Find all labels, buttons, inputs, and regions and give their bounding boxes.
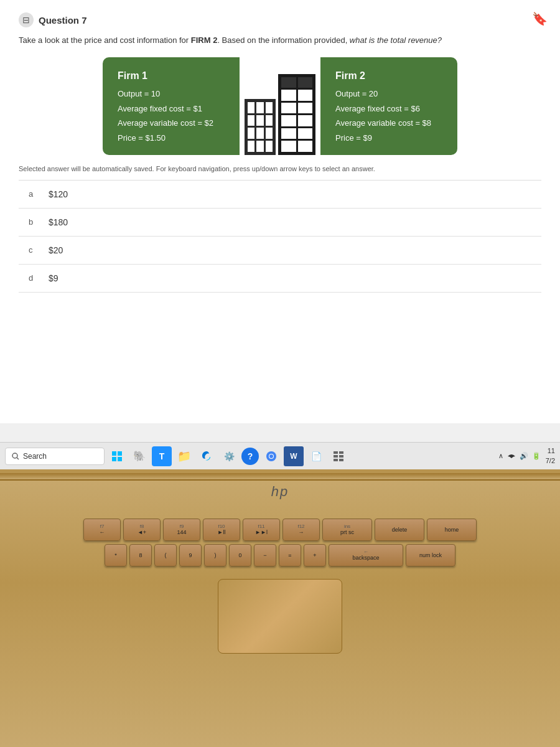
firms-container: Firm 1 Output = 10 Average fixed cost = … <box>19 57 541 155</box>
answer-letter-d: d <box>29 273 39 283</box>
firm1-price: Price = $1.50 <box>118 131 225 145</box>
answer-options: a $120 b $180 c $20 d $9 <box>19 180 541 293</box>
firm1-title: Firm 1 <box>118 67 225 84</box>
time-display: 11 7/2 <box>546 446 555 466</box>
keyboard-row-num: * 8 ( 9 ) 0 − = + ←backspace num lock <box>19 544 541 566</box>
firm2-box: Firm 2 Output = 20 Average fixed cost = … <box>320 57 457 155</box>
key-f11[interactable]: f11►►l <box>243 519 280 541</box>
firm2-data: Output = 20 Average fixed cost = $6 Aver… <box>335 87 442 145</box>
answer-letter-b: b <box>29 217 39 227</box>
answer-letter-c: c <box>29 245 39 255</box>
taskbar: Search 🐘 T 📁 ⚙️ ? <box>0 442 560 469</box>
date: 7/2 <box>546 456 555 466</box>
system-tray: ∧ 🔊 🔋 <box>498 452 541 461</box>
key-home[interactable]: home <box>427 519 477 541</box>
key-8[interactable]: 8 <box>129 544 152 566</box>
answer-value-a: $120 <box>49 189 68 199</box>
laptop-body: hp f7← f8◄+ f9144 f10►ll f11►►l f12→ ins… <box>0 473 560 747</box>
answer-value-c: $20 <box>49 245 63 255</box>
key-close-paren[interactable]: ) <box>204 544 226 566</box>
taskbar-icon-t[interactable]: T <box>152 446 172 466</box>
key-f12[interactable]: f12→ <box>282 519 320 541</box>
key-equals[interactable]: = <box>279 544 301 566</box>
taskbar-icon-grid[interactable] <box>329 446 348 466</box>
taskbar-icon-edge[interactable] <box>197 446 217 466</box>
svg-rect-10 <box>339 451 343 454</box>
svg-rect-13 <box>334 459 338 461</box>
answer-letter-a: a <box>29 189 39 199</box>
taskbar-icon-chrome[interactable] <box>261 446 281 466</box>
firm2-output: Output = 20 <box>335 87 442 101</box>
svg-rect-11 <box>334 455 338 458</box>
taskbar-icon-2[interactable]: ⚙️ <box>219 446 239 466</box>
svg-rect-2 <box>112 451 116 456</box>
search-icon <box>12 453 19 460</box>
svg-point-8 <box>269 454 273 458</box>
touchpad[interactable] <box>218 579 342 654</box>
firm2-avg-variable: Average variable cost = $8 <box>335 116 442 130</box>
key-f9[interactable]: f9144 <box>163 519 200 541</box>
key-asterisk[interactable]: * <box>105 544 127 566</box>
wifi-icon <box>507 452 516 461</box>
instruction-text: Selected answer will be automatically sa… <box>19 165 541 172</box>
key-f10[interactable]: f10►ll <box>203 519 240 541</box>
firm1-avg-fixed: Average fixed cost = $1 <box>118 101 225 116</box>
svg-rect-14 <box>339 459 343 461</box>
key-minus[interactable]: − <box>254 544 276 566</box>
taskbar-right: ∧ 🔊 🔋 11 7/2 <box>498 446 555 466</box>
keyboard-area: f7← f8◄+ f9144 f10►ll f11►►l f12→ insprt… <box>0 506 560 566</box>
key-f8[interactable]: f8◄+ <box>123 519 161 541</box>
question-area: ⊟ Question 7 🔖 Take a look at the price … <box>0 0 560 423</box>
firm2-avg-fixed: Average fixed cost = $6 <box>335 101 442 116</box>
question-title: Question 7 <box>39 15 87 26</box>
answer-option-c[interactable]: c $20 <box>19 237 541 265</box>
answer-option-a[interactable]: a $120 <box>19 181 541 209</box>
question-header: ⊟ Question 7 🔖 <box>19 12 541 27</box>
taskbar-icon-doc[interactable]: 📄 <box>306 446 326 466</box>
time: 11 <box>546 446 555 456</box>
tray-chevron[interactable]: ∧ <box>498 452 503 460</box>
firm1-box: Firm 1 Output = 10 Average fixed cost = … <box>103 57 240 155</box>
taskbar-icon-folder[interactable]: 📁 <box>174 446 194 466</box>
search-label: Search <box>23 452 47 461</box>
taskbar-start-icon[interactable] <box>107 446 127 466</box>
firm1-output: Output = 10 <box>118 87 225 101</box>
volume-icon[interactable]: 🔊 <box>520 452 528 460</box>
keyboard-row-fn: f7← f8◄+ f9144 f10►ll f11►►l f12→ insprt… <box>19 519 541 541</box>
laptop-screen: ⊟ Question 7 🔖 Take a look at the price … <box>0 0 560 473</box>
key-delete[interactable]: delete <box>375 519 424 541</box>
touchpad-area <box>0 579 560 654</box>
hp-logo: hp <box>271 484 289 500</box>
key-9[interactable]: 9 <box>179 544 202 566</box>
key-ins-prtsc[interactable]: insprt sc <box>322 519 372 541</box>
svg-rect-3 <box>118 451 122 456</box>
svg-rect-4 <box>112 457 116 461</box>
svg-rect-5 <box>118 457 122 461</box>
svg-line-1 <box>17 458 19 459</box>
firm2-title: Firm 2 <box>335 67 442 84</box>
key-plus[interactable]: + <box>304 544 326 566</box>
taskbar-search[interactable]: Search <box>5 448 105 465</box>
answer-option-d[interactable]: d $9 <box>19 265 541 293</box>
question-icon: ⊟ <box>19 12 34 27</box>
building-small <box>245 99 278 155</box>
answer-option-b[interactable]: b $180 <box>19 209 541 237</box>
key-0[interactable]: 0 <box>229 544 251 566</box>
battery-icon[interactable]: 🔋 <box>532 452 541 460</box>
taskbar-icon-1[interactable]: 🐘 <box>129 446 149 466</box>
question-text: Take a look at the price and cost inform… <box>19 35 541 46</box>
laptop-hinge <box>0 473 560 481</box>
screen-content: ⊟ Question 7 🔖 Take a look at the price … <box>0 0 560 442</box>
key-open-paren[interactable]: ( <box>154 544 177 566</box>
firm1-avg-variable: Average variable cost = $2 <box>118 116 225 130</box>
taskbar-icon-word[interactable]: W <box>284 446 304 466</box>
building-tall <box>278 74 315 155</box>
key-f7[interactable]: f7← <box>83 519 121 541</box>
key-numlock[interactable]: num lock <box>406 544 455 566</box>
answer-value-b: $180 <box>49 217 68 227</box>
key-backspace[interactable]: ←backspace <box>329 544 403 566</box>
bookmark-icon[interactable]: 🔖 <box>532 11 548 26</box>
firm2-price: Price = $9 <box>335 131 442 145</box>
taskbar-icon-help[interactable]: ? <box>241 448 259 465</box>
hp-logo-area: hp <box>0 484 560 500</box>
